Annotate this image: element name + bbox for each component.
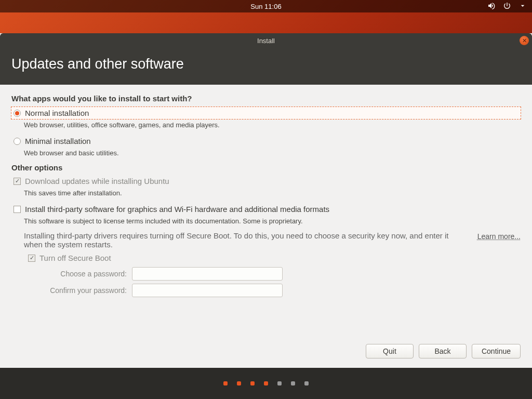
- checkbox-turnoff-secureboot[interactable]: Turn off Secure Boot: [26, 252, 521, 264]
- progress-dot: [291, 381, 295, 385]
- choose-password-input[interactable]: [132, 267, 283, 281]
- clock: Sun 11:06: [250, 3, 281, 10]
- session-menu-chevron-icon[interactable]: [518, 2, 527, 11]
- power-icon[interactable]: [503, 2, 511, 11]
- page-header: Updates and other software: [0, 48, 532, 85]
- checkbox-download-updates[interactable]: Download updates while installing Ubuntu: [11, 175, 521, 187]
- back-button[interactable]: Back: [419, 344, 467, 358]
- progress-dot: [304, 381, 309, 385]
- minimal-installation-desc: Web browser and basic utilities.: [24, 149, 521, 157]
- checkbox-label: Install third-party software for graphic…: [25, 205, 329, 214]
- volume-icon[interactable]: [487, 2, 496, 11]
- progress-dot: [237, 381, 241, 385]
- confirm-password-row: Confirm your password:: [38, 284, 521, 297]
- secureboot-note-text: Installing third-party drivers requires …: [24, 231, 468, 249]
- continue-button[interactable]: Continue: [472, 344, 521, 358]
- close-icon[interactable]: ✕: [520, 36, 529, 45]
- normal-installation-desc: Web browser, utilities, office software,…: [24, 121, 521, 129]
- window-titlebar: Install ✕: [0, 33, 532, 48]
- installer-window: Install ✕ Updates and other software Wha…: [0, 33, 532, 399]
- secureboot-block: Turn off Secure Boot Choose a password: …: [26, 252, 521, 297]
- window-title: Install: [257, 37, 275, 45]
- quit-button[interactable]: Quit: [366, 344, 414, 358]
- checkbox-label: Turn off Secure Boot: [39, 254, 111, 262]
- radio-minimal-installation[interactable]: Minimal installation: [11, 135, 521, 147]
- page-content: What apps would you like to install to s…: [0, 85, 532, 332]
- radio-label: Normal installation: [25, 109, 89, 117]
- checkbox-icon: [14, 178, 21, 185]
- checkbox-label: Download updates while installing Ubuntu: [25, 177, 169, 185]
- download-updates-desc: This saves time after installation.: [24, 189, 521, 197]
- page-title: Updates and other software: [11, 56, 521, 72]
- footer-buttons: Quit Back Continue: [0, 332, 532, 368]
- confirm-password-label: Confirm your password:: [38, 286, 127, 295]
- radio-icon: [14, 138, 21, 145]
- secureboot-note: Installing third-party drivers requires …: [24, 231, 521, 249]
- checkbox-thirdparty[interactable]: Install third-party software for graphic…: [11, 203, 521, 215]
- progress-dot: [250, 381, 255, 385]
- thirdparty-desc: This software is subject to license term…: [24, 217, 521, 225]
- confirm-password-input[interactable]: [132, 284, 283, 297]
- radio-icon: [14, 110, 21, 117]
- other-options-heading: Other options: [11, 163, 521, 172]
- progress-dot: [223, 381, 228, 385]
- choose-password-label: Choose a password:: [38, 270, 127, 278]
- system-menubar: Sun 11:06: [0, 0, 532, 12]
- progress-dots: [0, 368, 532, 399]
- system-indicators: [487, 2, 527, 11]
- progress-dot: [264, 381, 268, 385]
- progress-dot: [277, 381, 282, 385]
- checkbox-icon: [28, 255, 35, 262]
- learn-more-link[interactable]: Learn more...: [477, 231, 521, 241]
- choose-password-row: Choose a password:: [38, 267, 521, 281]
- apps-heading: What apps would you like to install to s…: [11, 94, 521, 103]
- checkbox-icon: [14, 206, 21, 213]
- radio-label: Minimal installation: [25, 137, 91, 145]
- radio-normal-installation[interactable]: Normal installation: [11, 107, 521, 119]
